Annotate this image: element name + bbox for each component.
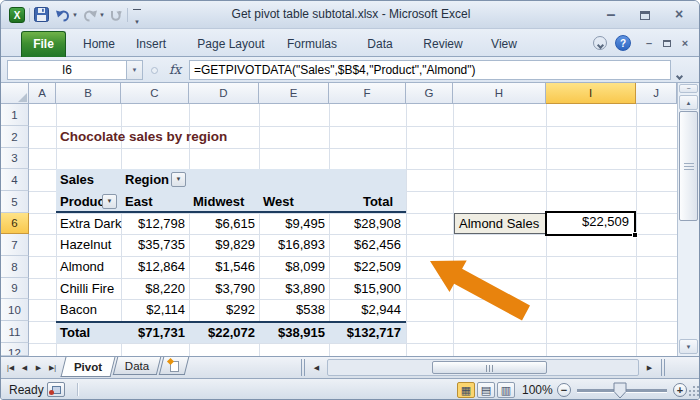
pivot-header-east[interactable]: East: [125, 191, 152, 213]
pivot-cell[interactable]: $16,893: [259, 234, 325, 256]
formula-input[interactable]: =GETPIVOTDATA("Sales",$B$4,"Product","Al…: [189, 60, 671, 80]
fill-handle[interactable]: [632, 232, 638, 238]
expand-ribbon-icon[interactable]: [593, 36, 607, 50]
pivot-cell[interactable]: $3,890: [259, 278, 325, 299]
select-all-button[interactable]: [1, 83, 29, 104]
close-button[interactable]: ×: [667, 6, 691, 24]
column-header-c[interactable]: C: [121, 83, 189, 104]
resize-grip[interactable]: [689, 394, 691, 396]
horizontal-scroll-thumb[interactable]: [432, 361, 547, 374]
column-header-h[interactable]: H: [453, 83, 546, 104]
view-normal-button[interactable]: ▦: [457, 382, 475, 398]
region-filter-dropdown-icon[interactable]: ▼: [171, 172, 186, 187]
insert-function-button[interactable]: fx: [164, 60, 186, 80]
column-header-i-selected[interactable]: I: [546, 83, 636, 104]
row-header-9[interactable]: 9: [1, 278, 29, 299]
pivot-header-midwest[interactable]: Midwest: [193, 191, 244, 213]
pivot-cell[interactable]: $35,735: [121, 234, 185, 256]
workbook-restore-button[interactable]: [659, 37, 675, 51]
pivot-cell[interactable]: $12,864: [121, 256, 185, 278]
tab-data[interactable]: Data: [361, 36, 399, 52]
pivot-cell[interactable]: Hazelnut: [60, 234, 111, 256]
zoom-level[interactable]: 100%: [522, 383, 553, 397]
pivot-cell[interactable]: $8,099: [259, 256, 325, 278]
worksheet-title-cell[interactable]: Chocolate sales by region: [60, 126, 227, 148]
view-page-layout-button[interactable]: ▤: [477, 382, 495, 398]
first-sheet-icon[interactable]: |◀: [4, 361, 17, 375]
pivot-region-field[interactable]: Region: [125, 169, 169, 191]
sheet-tab-data[interactable]: Data: [113, 357, 161, 375]
product-filter-dropdown-icon[interactable]: ▼: [102, 194, 117, 209]
pivot-cell[interactable]: $292: [189, 299, 255, 321]
row-header-2[interactable]: 2: [1, 126, 29, 148]
pivot-cell[interactable]: $6,615: [189, 213, 255, 234]
macro-record-button[interactable]: [47, 382, 65, 397]
insert-worksheet-button[interactable]: [159, 357, 189, 375]
scroll-up-icon[interactable]: ▲: [679, 95, 698, 110]
pivot-cell[interactable]: $28,908: [329, 213, 401, 234]
tab-formulas[interactable]: Formulas: [281, 36, 343, 52]
sheet-tab-pivot[interactable]: Pivot: [61, 357, 116, 377]
horizontal-scrollbar[interactable]: [327, 359, 639, 376]
tab-home[interactable]: Home: [79, 36, 119, 52]
pivot-header-west[interactable]: West: [263, 191, 294, 213]
pivot-cell[interactable]: Extra Dark: [60, 213, 121, 234]
zoom-out-button[interactable]: −: [557, 383, 571, 397]
pivot-cell[interactable]: $15,900: [329, 278, 401, 299]
tab-page-layout[interactable]: Page Layout: [193, 36, 269, 52]
pivot-cell[interactable]: $3,790: [189, 278, 255, 299]
workbook-close-button[interactable]: ×: [677, 37, 693, 51]
pivot-cell[interactable]: $2,944: [329, 299, 401, 321]
pivot-total-cell[interactable]: $22,072: [189, 322, 255, 343]
next-sheet-icon[interactable]: ▶: [32, 361, 45, 375]
zoom-slider-thumb[interactable]: [613, 382, 627, 400]
tab-insert[interactable]: Insert: [129, 36, 173, 52]
row-header-1[interactable]: 1: [1, 104, 29, 126]
vertical-scrollbar[interactable]: − ▲ ▼: [677, 83, 699, 356]
hscroll-left-icon[interactable]: ◀: [310, 361, 323, 375]
pivot-cell[interactable]: $9,495: [259, 213, 325, 234]
active-cell-i6[interactable]: $22,509: [545, 211, 636, 236]
workbook-minimize-button[interactable]: –: [641, 37, 657, 51]
column-header-b[interactable]: B: [56, 83, 121, 104]
pivot-cell[interactable]: $8,220: [121, 278, 185, 299]
row-header-12[interactable]: 12: [1, 343, 29, 356]
row-header-3[interactable]: 3: [1, 148, 29, 169]
column-header-e[interactable]: E: [259, 83, 329, 104]
column-header-j[interactable]: J: [636, 83, 677, 104]
row-header-4[interactable]: 4: [1, 169, 29, 191]
pivot-cell[interactable]: $9,829: [189, 234, 255, 256]
name-box-dropdown-icon[interactable]: ▼: [127, 60, 143, 80]
previous-sheet-icon[interactable]: ◀: [18, 361, 31, 375]
tab-review[interactable]: Review: [419, 36, 467, 52]
view-page-break-button[interactable]: ▥: [497, 382, 515, 398]
row-header-6-selected[interactable]: 6: [1, 213, 29, 234]
restore-button[interactable]: [633, 6, 657, 24]
column-header-a[interactable]: A: [29, 83, 56, 104]
vertical-scroll-thumb[interactable]: [679, 111, 698, 221]
tab-file[interactable]: File: [21, 31, 66, 57]
last-sheet-icon[interactable]: ▶|: [46, 361, 59, 375]
pivot-header-total[interactable]: Total: [329, 191, 393, 213]
pivot-cell[interactable]: Chilli Fire: [60, 278, 114, 299]
split-handle[interactable]: −: [679, 84, 698, 93]
scrollbar-split-handle[interactable]: [661, 359, 665, 376]
row-header-8[interactable]: 8: [1, 256, 29, 278]
zoom-in-button[interactable]: +: [673, 383, 687, 397]
pivot-total-cell[interactable]: $38,915: [259, 322, 325, 343]
pivot-cell[interactable]: $62,456: [329, 234, 401, 256]
column-header-f[interactable]: F: [329, 83, 406, 104]
callout-label-cell[interactable]: Almond Sales: [454, 213, 546, 234]
row-header-10[interactable]: 10: [1, 299, 29, 321]
row-header-7[interactable]: 7: [1, 234, 29, 256]
pivot-cell[interactable]: Almond: [60, 256, 104, 278]
column-header-d[interactable]: D: [189, 83, 259, 104]
pivot-cell[interactable]: Bacon: [60, 299, 97, 321]
minimize-button[interactable]: –: [599, 6, 623, 24]
row-header-5[interactable]: 5: [1, 191, 29, 213]
hscroll-right-icon[interactable]: ▶: [643, 361, 656, 375]
pivot-cell[interactable]: $22,509: [329, 256, 401, 278]
pivot-cell[interactable]: $12,798: [121, 213, 185, 234]
name-box[interactable]: I6: [7, 60, 127, 80]
pivot-total-cell[interactable]: $132,717: [329, 322, 401, 343]
